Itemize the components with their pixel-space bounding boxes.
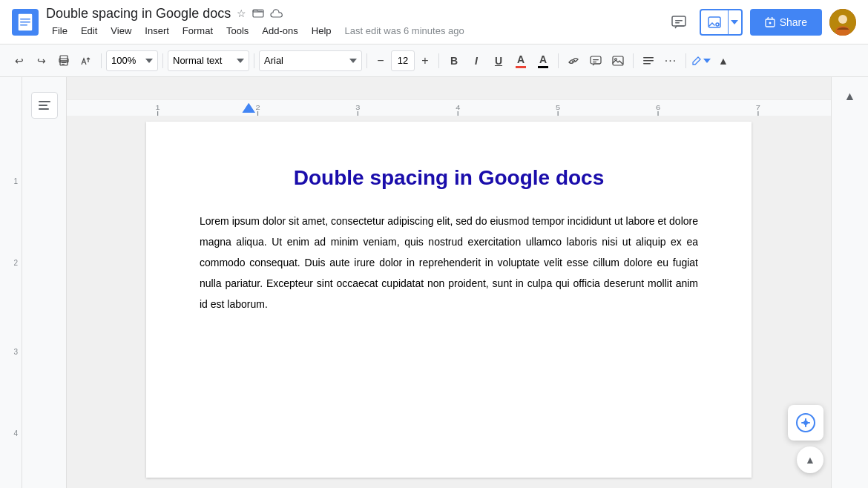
font-select[interactable]: Arial Times New Roman Verdana Georgia <box>259 50 362 71</box>
svg-rect-23 <box>613 56 623 65</box>
zoom-dropdown-button[interactable] <box>728 10 741 35</box>
sep4 <box>366 53 367 68</box>
sep6 <box>558 53 559 68</box>
svg-text:5: 5 <box>556 104 561 111</box>
highlight-label: A <box>539 53 547 65</box>
highlight-indicator <box>538 66 548 68</box>
doc-icon <box>12 9 39 36</box>
edit-mode-button[interactable] <box>691 50 711 71</box>
style-select[interactable]: Normal text Heading 1 Heading 2 Heading … <box>168 50 249 71</box>
right-panel: ▲ <box>831 77 868 488</box>
menu-tools[interactable]: Tools <box>220 23 254 39</box>
svg-text:7: 7 <box>756 104 761 111</box>
left-ruler: 1 2 3 4 <box>0 77 22 488</box>
share-label: Share <box>780 16 807 28</box>
toolbar: ↩ ↪ 100% 75% 125% 150% Normal text Headi… <box>0 44 868 77</box>
italic-button[interactable]: I <box>466 50 487 71</box>
menu-view[interactable]: View <box>105 23 137 39</box>
folder-icon[interactable] <box>252 7 264 21</box>
outline-toggle-button[interactable] <box>31 92 58 119</box>
svg-text:1: 1 <box>156 104 161 111</box>
sep7 <box>633 53 634 68</box>
title-section: Double spacing in Google docs ☆ File Edi… <box>46 6 658 39</box>
ruler-num-3: 3 <box>13 348 18 356</box>
svg-rect-32 <box>67 99 831 116</box>
menu-addons[interactable]: Add-ons <box>256 23 303 39</box>
insert-comment-button[interactable] <box>585 50 606 71</box>
share-button[interactable]: Share <box>750 9 822 36</box>
insert-image-button[interactable] <box>608 50 628 71</box>
menu-insert[interactable]: Insert <box>139 23 175 39</box>
sep1 <box>101 53 102 68</box>
bottom-widgets: ▲ <box>788 405 823 473</box>
sep8 <box>685 53 686 68</box>
menu-help[interactable]: Help <box>306 23 338 39</box>
svg-rect-21 <box>593 59 599 60</box>
ruler-num-1: 1 <box>13 177 18 185</box>
menu-bar: File Edit View Insert Format Tools Add-o… <box>46 23 658 39</box>
text-color-indicator <box>516 66 526 68</box>
doc-area: 1 2 3 4 1 2 3 4 <box>0 77 868 488</box>
toolbar-right: Share <box>665 9 856 36</box>
svg-point-51 <box>803 421 808 425</box>
svg-rect-28 <box>39 101 50 102</box>
svg-rect-2 <box>20 22 30 23</box>
font-size-input[interactable] <box>391 50 415 71</box>
sep2 <box>162 53 163 68</box>
doc-scroll[interactable]: 1 2 3 4 5 6 7 D <box>67 77 831 488</box>
svg-rect-19 <box>62 64 65 65</box>
svg-rect-30 <box>39 108 49 110</box>
svg-text:3: 3 <box>355 104 361 111</box>
menu-file[interactable]: File <box>46 23 73 39</box>
redo-button[interactable]: ↪ <box>31 50 52 71</box>
user-avatar[interactable] <box>829 9 856 36</box>
bold-button[interactable]: B <box>444 50 464 71</box>
svg-rect-29 <box>39 105 47 106</box>
undo-button[interactable]: ↩ <box>9 50 30 71</box>
text-color-button[interactable]: A <box>510 50 531 71</box>
zoom-select[interactable]: 100% 75% 125% 150% <box>106 50 158 71</box>
doc-title[interactable]: Double spacing in Google docs <box>46 6 231 22</box>
svg-rect-6 <box>675 20 683 22</box>
comment-button[interactable] <box>665 9 692 36</box>
svg-point-11 <box>769 22 771 24</box>
title-row: Double spacing in Google docs ☆ <box>46 6 658 22</box>
paint-format-button[interactable] <box>76 50 96 71</box>
last-edit-text: Last edit was 6 minutes ago <box>345 25 464 36</box>
text-color-label: A <box>517 53 525 65</box>
zoom-image-button[interactable] <box>701 10 728 35</box>
svg-point-13 <box>838 15 847 24</box>
document-body[interactable]: Lorem ipsum dolor sit amet, consectetur … <box>200 211 698 314</box>
document-title: Double spacing in Google docs <box>200 166 698 190</box>
underline-button[interactable]: U <box>488 50 509 71</box>
align-button[interactable] <box>638 50 659 71</box>
sep3 <box>254 53 254 68</box>
svg-rect-1 <box>20 19 30 20</box>
cloud-icon[interactable] <box>270 7 283 20</box>
collapse-right-button[interactable]: ▲ <box>837 83 864 110</box>
svg-rect-26 <box>643 60 654 62</box>
title-bar: Double spacing in Google docs ☆ File Edi… <box>0 0 868 44</box>
link-button[interactable] <box>563 50 584 71</box>
menu-edit[interactable]: Edit <box>75 23 103 39</box>
svg-text:6: 6 <box>656 104 661 111</box>
svg-rect-3 <box>20 24 27 26</box>
font-size-decrease[interactable]: − <box>372 50 389 71</box>
font-size-increase[interactable]: + <box>416 50 434 71</box>
svg-rect-18 <box>62 62 66 63</box>
svg-rect-7 <box>675 22 680 24</box>
print-button[interactable] <box>53 50 74 71</box>
menu-format[interactable]: Format <box>177 23 219 39</box>
highlight-button[interactable]: A <box>533 50 553 71</box>
outline-panel <box>22 77 67 488</box>
top-ruler: 1 2 3 4 5 6 7 <box>67 99 831 116</box>
ruler-num-4: 4 <box>13 429 18 438</box>
document-page[interactable]: Double spacing in Google docs Lorem ipsu… <box>146 122 752 478</box>
more-button[interactable]: ··· <box>660 50 681 71</box>
star-icon[interactable]: ☆ <box>237 7 246 19</box>
svg-rect-27 <box>643 63 651 65</box>
collapse-toolbar-button[interactable]: ▲ <box>713 50 734 71</box>
ai-assist-button[interactable] <box>788 405 823 441</box>
scroll-to-top-button[interactable]: ▲ <box>797 446 823 473</box>
sep5 <box>438 53 439 68</box>
